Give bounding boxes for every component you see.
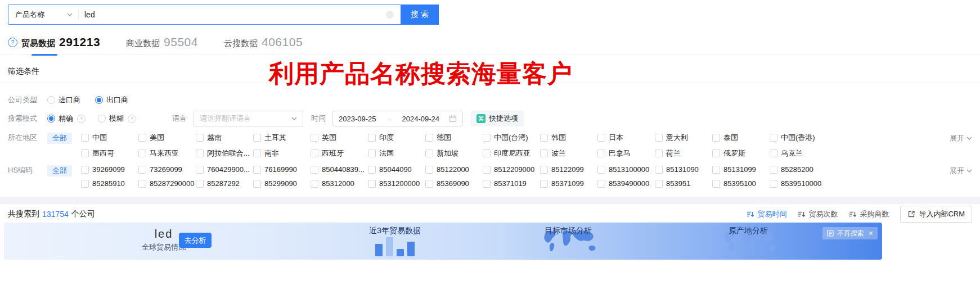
hscode-option[interactable]: 39269099 xyxy=(81,165,138,174)
radio-label: 精确 xyxy=(59,114,73,124)
bar-chart-icon xyxy=(368,236,421,256)
hscode-expand-link[interactable]: 展开 xyxy=(950,166,972,176)
tab[interactable]: 云搜数据 406105 xyxy=(224,35,303,49)
region-option[interactable]: 泰国 xyxy=(712,133,770,143)
export-icon xyxy=(907,210,915,218)
hscode-option[interactable]: 85371099 xyxy=(540,179,597,188)
region-option[interactable]: 中国(台湾) xyxy=(483,133,540,143)
region-option[interactable]: 中国(香港) xyxy=(770,133,827,143)
radio-label: 模糊 xyxy=(109,114,124,124)
company-type-label: 公司类型 xyxy=(8,95,47,105)
region-option[interactable]: 印度 xyxy=(368,133,425,143)
region-option[interactable]: 乌克兰 xyxy=(770,148,827,158)
region-option[interactable]: 巴拿马 xyxy=(597,148,655,158)
radio-option[interactable]: 精确 ? xyxy=(47,114,86,124)
hscode-all-chip[interactable]: 全部 xyxy=(47,165,72,176)
sort-option[interactable]: 贸易次数 xyxy=(798,209,838,219)
region-option[interactable]: 越南 xyxy=(196,133,253,143)
hscode-option[interactable]: 8539510000 xyxy=(770,179,827,188)
region-option[interactable]: 阿拉伯联合... xyxy=(196,148,253,158)
hscode-option[interactable]: 8512209000 xyxy=(483,165,540,174)
hscode-option[interactable]: 85131090 xyxy=(655,165,712,174)
region-option[interactable]: 美国 xyxy=(138,133,196,143)
analyze-button[interactable]: 去分析 xyxy=(179,233,212,248)
hscode-option[interactable]: 8539490000 xyxy=(597,179,655,188)
region-option[interactable]: 德国 xyxy=(425,133,483,143)
tab[interactable]: 商业数据 95504 xyxy=(126,35,198,49)
region-option[interactable]: 日本 xyxy=(597,133,655,143)
hscode-option[interactable]: 850440839... xyxy=(311,165,368,174)
close-icon[interactable]: × xyxy=(869,229,873,237)
checkbox-icon xyxy=(540,134,548,142)
hscode-option[interactable]: 85285200 xyxy=(770,165,827,174)
region-option[interactable]: 波兰 xyxy=(540,148,597,158)
region-option[interactable]: 意大利 xyxy=(655,133,712,143)
hscode-option[interactable]: 85044090 xyxy=(368,165,425,174)
date-range-picker[interactable]: 2023-09-25 → 2024-09-24 xyxy=(332,111,463,126)
hscode-option[interactable]: 85299090 xyxy=(253,179,311,188)
region-option[interactable]: 中国 xyxy=(81,133,138,143)
hscode-option[interactable]: 8531200000 xyxy=(368,179,425,188)
sort-option[interactable]: 贸易时间 xyxy=(747,209,786,219)
checkbox-icon xyxy=(483,150,491,157)
checkbox-label: 新加坡 xyxy=(437,148,458,158)
hscode-option[interactable]: 85369090 xyxy=(425,179,483,188)
hscode-option[interactable]: 85287292 xyxy=(196,179,253,188)
region-option[interactable]: 英国 xyxy=(311,133,368,143)
radio-label: 进口商 xyxy=(59,95,80,105)
region-option[interactable]: 南非 xyxy=(253,148,311,158)
page: 产品名称 搜 索 ? 贸易数据 291213 商业数据 95504 云搜数据 xyxy=(0,0,980,299)
results-count[interactable]: 131754 xyxy=(42,210,69,219)
clear-circle-icon[interactable] xyxy=(386,11,394,19)
hscode-option[interactable]: 853951 xyxy=(655,179,712,188)
search-input[interactable] xyxy=(79,5,386,24)
hscode-option[interactable]: 8513100000 xyxy=(597,165,655,174)
region-option[interactable]: 韩国 xyxy=(540,133,597,143)
sort-option[interactable]: 采购商数 xyxy=(849,209,889,219)
region-option[interactable]: 荷兰 xyxy=(655,148,712,158)
checkbox-label: 南非 xyxy=(264,148,279,158)
region-option[interactable]: 土耳其 xyxy=(253,133,311,143)
search-category-dropdown[interactable]: 产品名称 xyxy=(8,5,78,24)
tab-label: 贸易数据 xyxy=(21,38,55,49)
region-option[interactable]: 俄罗斯 xyxy=(712,148,770,158)
end-date[interactable]: 2024-09-24 xyxy=(402,115,440,123)
hscode-option[interactable]: 85131099 xyxy=(712,165,770,174)
dismiss-banner-button[interactable]: 不再搜索 × xyxy=(822,227,878,239)
hscode-option[interactable]: 76169990 xyxy=(253,165,311,174)
hscode-option[interactable]: 85312000 xyxy=(311,179,368,188)
region-option[interactable]: 印度尼西亚 xyxy=(483,148,540,158)
hscode-option[interactable]: 85287290000 xyxy=(138,179,196,188)
quick-options-button[interactable]: ⌘ 快捷选项 xyxy=(471,111,524,126)
hscode-option[interactable]: 85122099 xyxy=(540,165,597,174)
region-option[interactable]: 墨西哥 xyxy=(81,148,138,158)
search-button[interactable]: 搜 索 xyxy=(401,4,439,25)
language-select[interactable]: 请选择翻译语言 xyxy=(194,111,303,126)
chart-bar xyxy=(375,244,383,256)
tab[interactable]: ? 贸易数据 291213 xyxy=(8,35,100,49)
promo-banner[interactable]: led 全球贸易情况 去分析 近3年贸易数据 目标市场分析 原产地分析 不再搜索 xyxy=(4,223,882,260)
hscode-option[interactable]: 85395100 xyxy=(712,179,770,188)
checkbox-label: 中国(香港) xyxy=(781,133,815,143)
region-option[interactable]: 法国 xyxy=(368,148,425,158)
hscode-option[interactable]: 760429900... xyxy=(196,165,253,174)
region-expand-link[interactable]: 展开 xyxy=(950,133,972,143)
checkbox-icon xyxy=(81,134,89,142)
region-option[interactable]: 新加坡 xyxy=(425,148,483,158)
region-all-chip[interactable]: 全部 xyxy=(47,133,72,144)
hscode-option[interactable]: 85285910 xyxy=(81,179,138,188)
checkbox-icon xyxy=(655,166,663,174)
checkbox-label: 8539490000 xyxy=(609,179,649,188)
radio-option[interactable]: 进口商 xyxy=(47,95,80,105)
region-option[interactable]: 西班牙 xyxy=(311,148,368,158)
radio-option[interactable]: 出口商 xyxy=(95,95,128,105)
start-date[interactable]: 2023-09-25 xyxy=(339,115,376,123)
hscode-option[interactable]: 85371019 xyxy=(483,179,540,188)
hscode-option[interactable]: 85122000 xyxy=(425,165,483,174)
hscode-option[interactable]: 73269099 xyxy=(138,165,196,174)
import-crm-button[interactable]: 导入内部CRM xyxy=(900,206,972,223)
region-option[interactable]: 马来西亚 xyxy=(138,148,196,158)
command-icon: ⌘ xyxy=(476,114,485,123)
checkbox-label: 8512209000 xyxy=(494,165,534,174)
radio-option[interactable]: 模糊 ? xyxy=(98,114,136,124)
